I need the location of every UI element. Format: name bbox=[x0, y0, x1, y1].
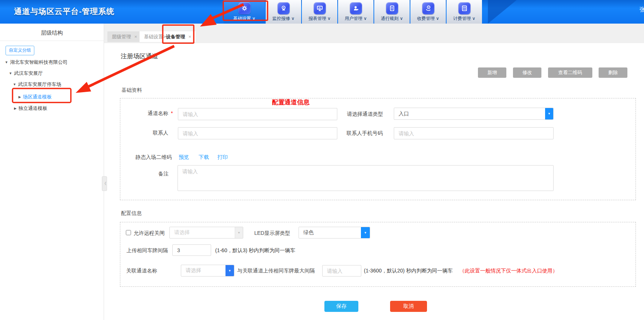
cancel-button[interactable]: 取消 bbox=[390, 301, 427, 312]
rules-book-icon bbox=[386, 2, 398, 14]
nav-item-pass-rules[interactable]: 通行规则 ∨ bbox=[374, 0, 410, 24]
top-header: 通道与场区云平台-管理系统 基础设置 ∨ bbox=[0, 0, 644, 24]
remote-gate-select[interactable]: 请选择 ▼ bbox=[169, 227, 243, 239]
close-icon[interactable]: × bbox=[134, 34, 137, 39]
contact-label: 联系人 bbox=[120, 130, 168, 136]
save-button[interactable]: 保存 bbox=[324, 301, 358, 312]
basic-section-title: 基础资料 bbox=[121, 87, 142, 94]
tree-collapse-icon[interactable]: ▶ bbox=[18, 95, 21, 99]
user-icon bbox=[350, 2, 362, 14]
report-chart-icon bbox=[314, 2, 326, 14]
qrcode-download-link[interactable]: 下载 bbox=[199, 154, 209, 161]
remark-textarea[interactable] bbox=[178, 165, 554, 191]
edit-button[interactable]: 修改 bbox=[513, 67, 541, 78]
main-content: 注册场区通道 新增 修改 查看二维码 删除 基础资料 通道名称 * 请选择通道类… bbox=[104, 43, 644, 320]
linked-channel-select[interactable]: 请选择 ▼ bbox=[181, 265, 234, 276]
channel-type-select[interactable]: 入口 ▼ bbox=[394, 108, 554, 120]
svg-text:¥: ¥ bbox=[428, 6, 429, 8]
linked-interval-label: 与关联通道上传相同车牌最大间隔 bbox=[237, 268, 315, 274]
tree-item-showroom[interactable]: ▼武汉车安展厅 bbox=[9, 70, 43, 77]
linked-channel-label: 关联通道名称 bbox=[126, 268, 157, 274]
channel-name-label: 通道名称 bbox=[120, 110, 168, 117]
nav-item-basic-settings[interactable]: 基础设置 ∨ bbox=[224, 0, 265, 24]
toll-hand-icon: ¥ bbox=[422, 2, 434, 14]
nav-item-monitor-repair[interactable]: 监控报修 ∨ bbox=[266, 0, 301, 24]
sidebar-collapse-handle[interactable]: 《 bbox=[102, 176, 107, 191]
page-title: 注册场区通道 bbox=[121, 52, 158, 60]
header-decor-swoosh bbox=[488, 0, 517, 24]
config-panel: 允许远程关闸 请选择 ▼ LED显示屏类型 绿色 ▼ 上传相同车牌间隔 (1-6… bbox=[120, 222, 636, 287]
gear-icon bbox=[238, 2, 251, 14]
chevron-down-icon[interactable]: ▼ bbox=[545, 108, 553, 119]
required-mark: * bbox=[171, 110, 173, 116]
contact-input[interactable] bbox=[178, 127, 337, 139]
config-section-title: 配置信息 bbox=[121, 210, 142, 217]
tree-expand-icon[interactable]: ▼ bbox=[9, 72, 12, 75]
contact-phone-input[interactable] bbox=[394, 127, 554, 139]
static-qrcode-label: 静态入场二维码 bbox=[120, 154, 172, 161]
nav-item-users[interactable]: 用户管理 ∨ bbox=[338, 0, 373, 24]
chevron-down-icon[interactable]: ▼ bbox=[235, 227, 243, 238]
tree-item-company[interactable]: ▼湖北车安智能科技有限公司 bbox=[5, 59, 68, 66]
view-qrcode-button[interactable]: 查看二维码 bbox=[548, 67, 592, 78]
tab-device-management[interactable]: 基础设置>设备管理× bbox=[140, 31, 196, 42]
add-button[interactable]: 新增 bbox=[478, 67, 506, 78]
divider bbox=[0, 41, 104, 41]
tree-item-independent-channel-template[interactable]: ▶独立通道模板 bbox=[14, 105, 47, 112]
tree-expand-icon[interactable]: ▼ bbox=[5, 60, 8, 64]
tree-item-area-channel-template[interactable]: ▶场区通道模板 bbox=[18, 94, 52, 100]
tree-collapse-icon[interactable]: ▶ bbox=[14, 107, 17, 110]
custom-group-button[interactable]: 自定义分组 bbox=[6, 46, 34, 55]
nav-label: 报表管理 ∨ bbox=[309, 15, 331, 22]
tab-bar: 层级管理× 基础设置>设备管理× bbox=[104, 24, 644, 43]
tree-item-parking-lot[interactable]: ▼武汉车安展厅停车场 bbox=[13, 81, 61, 88]
sidebar-title: 层级结构 bbox=[0, 29, 104, 36]
linked-interval-input[interactable] bbox=[322, 265, 361, 276]
tree-expand-icon[interactable]: ▼ bbox=[13, 83, 16, 86]
remote-gate-checkbox[interactable] bbox=[126, 230, 131, 235]
qrcode-print-link[interactable]: 打印 bbox=[217, 154, 228, 161]
chevron-down-icon[interactable]: ▼ bbox=[361, 227, 370, 238]
nav-item-billing[interactable]: 计费管理 ∨ bbox=[447, 0, 482, 24]
channel-name-input[interactable] bbox=[178, 108, 337, 120]
linked-interval-hint: (1-3600，默认20) 秒内判断为同一辆车 bbox=[364, 268, 452, 274]
chevron-down-icon[interactable]: ▼ bbox=[225, 265, 234, 276]
led-type-select[interactable]: 绿色 ▼ bbox=[299, 227, 370, 239]
contact-phone-label: 联系人手机号码 bbox=[347, 130, 391, 137]
nav-label: 监控报修 ∨ bbox=[272, 15, 295, 22]
user-name-partial: 张 bbox=[640, 6, 644, 14]
same-plate-interval-hint: (1-60，默认3) 秒内判断为同一辆车 bbox=[215, 247, 295, 254]
calculator-icon bbox=[458, 2, 471, 14]
nav-item-toll[interactable]: ¥ 收费管理 ∨ bbox=[410, 0, 446, 24]
nav-label: 收费管理 ∨ bbox=[417, 15, 439, 22]
camera-icon bbox=[278, 2, 290, 14]
main-nav: 基础设置 ∨ 监控报修 ∨ 报表管理 bbox=[224, 0, 482, 24]
annotation-config-channel-info: 配置通道信息 bbox=[272, 98, 310, 107]
nav-label: 基础设置 ∨ bbox=[233, 15, 255, 22]
same-plate-interval-label: 上传相同车牌间隔 bbox=[127, 247, 168, 254]
nav-label: 通行规则 ∨ bbox=[381, 15, 403, 22]
linked-interval-note: （此设置一般情况下仅一体式出入口使用） bbox=[459, 268, 558, 274]
sidebar-hierarchy: 层级结构 自定义分组 ▼湖北车安智能科技有限公司 ▼武汉车安展厅 ▼武汉车安展厅… bbox=[0, 24, 104, 320]
app-title: 通道与场区云平台-管理系统 bbox=[14, 6, 114, 17]
remote-gate-label: 允许远程关闸 bbox=[134, 230, 165, 237]
basic-info-panel: 通道名称 * 请选择通道类型 入口 ▼ 联系人 联系人手机号码 静态入场二维码 … bbox=[120, 98, 636, 200]
close-icon[interactable]: × bbox=[189, 34, 192, 39]
remark-label: 备注 bbox=[120, 171, 169, 177]
nav-item-reports[interactable]: 报表管理 ∨ bbox=[302, 0, 337, 24]
tab-hierarchy-management[interactable]: 层级管理× bbox=[107, 31, 142, 42]
qrcode-preview-link[interactable]: 预览 bbox=[179, 154, 189, 161]
led-type-label: LED显示屏类型 bbox=[254, 230, 290, 237]
nav-label: 计费管理 ∨ bbox=[453, 15, 475, 22]
same-plate-interval-input[interactable] bbox=[172, 244, 211, 256]
channel-type-label: 请选择通道类型 bbox=[347, 111, 384, 118]
app-root: 通道与场区云平台-管理系统 基础设置 ∨ bbox=[0, 0, 644, 320]
delete-button[interactable]: 删除 bbox=[599, 67, 627, 78]
nav-label: 用户管理 ∨ bbox=[345, 15, 367, 22]
